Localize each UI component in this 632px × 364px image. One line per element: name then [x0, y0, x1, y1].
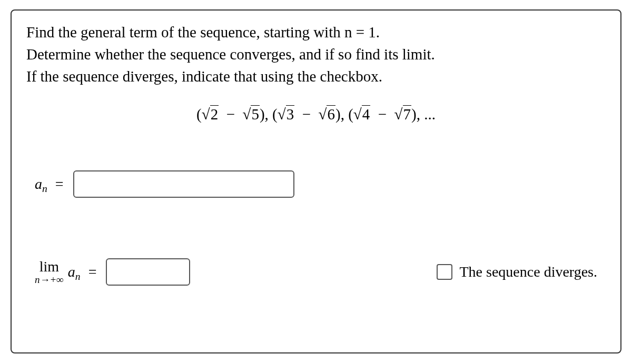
- diverges-label: The sequence diverges.: [460, 264, 598, 280]
- term3-a: 4: [362, 105, 371, 123]
- limit-input[interactable]: [106, 258, 190, 286]
- term2-a: 3: [286, 105, 295, 123]
- an-label: an =: [35, 176, 68, 193]
- instructions-block: Find the general term of the sequence, s…: [26, 21, 606, 87]
- term3-b: 7: [403, 105, 412, 123]
- limit-an-label: an =: [68, 264, 101, 280]
- term2-b: 6: [327, 105, 335, 123]
- term1-b: 5: [251, 105, 260, 123]
- general-term-input[interactable]: [73, 170, 294, 198]
- instruction-line-3: If the sequence diverges, indicate that …: [26, 68, 382, 85]
- diverges-group: The sequence diverges.: [437, 264, 598, 280]
- limit-row: lim n→+∞ an = The sequence diverges.: [35, 258, 597, 286]
- general-term-row: an =: [35, 170, 606, 198]
- diverges-checkbox[interactable]: [437, 264, 452, 280]
- sequence-trailing: , ...: [417, 106, 436, 123]
- sequence-display: (2 − 5), (3 − 6), (4 − 7), ...: [26, 105, 606, 123]
- term1-a: 2: [210, 105, 219, 123]
- instruction-line-1: Find the general term of the sequence, s…: [26, 24, 380, 41]
- instruction-line-2: Determine whether the sequence converges…: [26, 46, 435, 63]
- limit-left: lim n→+∞ an =: [35, 258, 190, 286]
- limit-label: lim n→+∞: [35, 259, 64, 285]
- problem-container: Find the general term of the sequence, s…: [11, 9, 621, 353]
